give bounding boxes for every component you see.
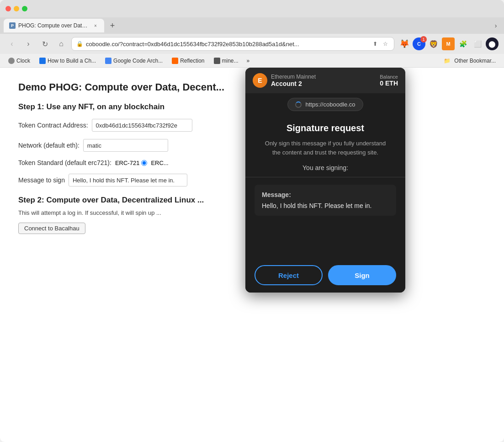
bookmarks-bar: Clock How to Build a Ch... Google Code A… <box>0 54 504 68</box>
network-row: Network (default eth): <box>18 139 256 152</box>
mm-header: E Ethereum Mainnet Account 2 Balance 0 E… <box>245 68 405 93</box>
title-bar <box>0 0 504 17</box>
bookmark-clock-label: Clock <box>16 58 30 64</box>
google-code-bookmark-icon <box>105 58 111 64</box>
page-content: Demo PHOG: Compute over Data, Decent... … <box>0 68 504 442</box>
connect-bacalhau-button[interactable]: Connect to Bacalhau <box>18 223 85 234</box>
mm-balance-info: Balance 0 ETH <box>380 74 398 87</box>
token-standard-radio-group: ERC-721 ERC... <box>115 160 169 166</box>
nav-bar: ‹ › ↻ ⌂ 🔒 coboodle.co/?contract=0xdb46d1… <box>0 34 504 54</box>
mm-sign-button[interactable]: Sign <box>328 265 396 285</box>
home-button[interactable]: ⌂ <box>55 37 68 50</box>
tab-favicon: P <box>9 22 16 29</box>
step2-title: Step 2: Compute over Data, Decentralized… <box>18 196 256 205</box>
token-contract-row: Token Contract Address: <box>18 119 256 132</box>
browser-actions: 🦊 C 1 🦁 M 🧩 ⬜ ⬤ <box>398 37 499 50</box>
mm-message-section-label: Message: <box>262 191 389 198</box>
active-tab[interactable]: P PHOG: Compute over Data, De... × <box>4 19 104 32</box>
mm-sig-desc: Only sign this message if you fully unde… <box>255 139 396 157</box>
token-standard-row: Token Standard (default erc721): ERC-721… <box>18 159 256 166</box>
mm-message-section: Message: Hello, I hold this NFT. Please … <box>255 185 396 216</box>
mm-account-info: E Ethereum Mainnet Account 2 <box>253 73 316 88</box>
metamask-extension-icon[interactable]: 🦊 <box>398 37 411 50</box>
metamask-main-icon[interactable]: M <box>442 37 455 50</box>
fullscreen-window-button[interactable] <box>22 6 27 11</box>
share-icon[interactable]: ⬆ <box>371 40 379 48</box>
mining-bookmark-icon <box>214 58 220 64</box>
mm-reject-button[interactable]: Reject <box>255 265 323 285</box>
sidebar-icon[interactable]: ⬜ <box>471 37 484 50</box>
bookmark-mining[interactable]: mine... <box>210 57 242 65</box>
bookmark-folder-label: Other Bookmar... <box>454 58 496 64</box>
mm-action-buttons: Reject Sign <box>245 258 405 293</box>
tab-close-button[interactable]: × <box>92 22 99 29</box>
erc721-label: ERC-721 <box>115 160 139 166</box>
erc-other-radio-item: ERC... <box>151 160 168 166</box>
brave-extension-icon[interactable]: 🦁 <box>427 37 440 50</box>
clock-bookmark-icon <box>8 58 15 64</box>
new-tab-button[interactable]: + <box>106 19 119 32</box>
how-to-build-bookmark-icon <box>39 58 46 64</box>
step1-title: Step 1: Use any NFT, on any blockchain <box>18 102 256 112</box>
extensions-icon[interactable]: 🧩 <box>456 37 469 50</box>
bookmark-google-code[interactable]: Google Code Arch... <box>101 57 166 65</box>
erc721-radio-item: ERC-721 <box>115 160 147 166</box>
token-standard-label: Token Standard (default erc721): <box>18 159 111 166</box>
close-window-button[interactable] <box>5 6 11 11</box>
tab-title: PHOG: Compute over Data, De... <box>18 22 90 29</box>
network-input[interactable] <box>83 139 168 152</box>
minimize-window-button[interactable] <box>14 6 19 11</box>
bookmark-how-to-build-label: How to Build a Ch... <box>48 58 96 64</box>
message-input[interactable] <box>69 174 187 186</box>
step2-desc: This will attempt a log in. If successfu… <box>18 209 256 216</box>
notification-badge: 1 <box>420 36 427 43</box>
bookmark-reflection[interactable]: Reflection <box>168 57 208 65</box>
tab-bar: P PHOG: Compute over Data, De... × + › <box>0 17 504 34</box>
profile-icon[interactable]: ⬤ <box>486 37 499 50</box>
metamask-popup: E Ethereum Mainnet Account 2 Balance 0 E… <box>245 68 405 293</box>
token-contract-input[interactable] <box>92 119 192 132</box>
forward-button[interactable]: › <box>22 37 35 50</box>
erc-other-label: ERC... <box>151 160 168 166</box>
mm-url-text: https://coboodle.co <box>305 101 355 108</box>
bookmark-clock[interactable]: Clock <box>5 57 34 65</box>
lock-icon: 🔒 <box>76 41 83 47</box>
address-bar[interactable]: 🔒 coboodle.co/?contract=0xdb46d1dc155634… <box>71 37 394 51</box>
tab-scroll-right[interactable]: › <box>491 21 500 30</box>
mm-avatar: E <box>253 73 267 88</box>
message-row: Message to sign <box>18 174 256 186</box>
bookmark-folder-other[interactable]: 📁 Other Bookmar... <box>440 57 499 65</box>
mm-balance-value: 0 ETH <box>380 80 398 87</box>
bookmarks-more-button[interactable]: » <box>244 57 253 65</box>
mm-scroll-area <box>255 223 396 250</box>
mm-spinner-icon <box>295 101 302 108</box>
page-inner: Demo PHOG: Compute over Data, Decent... … <box>0 68 274 248</box>
mm-sig-title: Signature request <box>255 123 396 133</box>
token-contract-label: Token Contract Address: <box>18 122 88 129</box>
mm-balance-label: Balance <box>380 74 398 80</box>
address-text: coboodle.co/?contract=0xdb46d1dc155634fb… <box>86 41 368 48</box>
mm-url-bar: https://coboodle.co <box>245 93 405 116</box>
page-main-title: Demo PHOG: Compute over Data, Decent... <box>18 81 256 93</box>
erc721-radio[interactable] <box>141 160 147 166</box>
bookmark-google-code-label: Google Code Arch... <box>113 58 163 64</box>
bookmark-star-icon[interactable]: ☆ <box>381 40 389 48</box>
reflection-bookmark-icon <box>172 58 178 64</box>
message-to-sign-label: Message to sign <box>18 176 65 184</box>
mm-network-label: Ethereum Mainnet <box>271 74 316 80</box>
bookmark-reflection-label: Reflection <box>180 58 204 64</box>
reload-button[interactable]: ↻ <box>38 37 51 50</box>
mm-url-pill: https://coboodle.co <box>287 98 363 111</box>
back-button[interactable]: ‹ <box>5 37 18 50</box>
traffic-lights <box>5 6 27 11</box>
mm-message-section-text: Hello, I hold this NFT. Please let me in… <box>262 202 389 209</box>
tab-end-controls: › <box>491 21 500 30</box>
bookmark-how-to-build[interactable]: How to Build a Ch... <box>36 57 100 65</box>
mm-signing-label: You are signing: <box>255 164 396 171</box>
mm-divider <box>245 177 405 177</box>
bookmark-mining-label: mine... <box>222 58 239 64</box>
network-label: Network (default eth): <box>18 142 80 149</box>
browser-window: P PHOG: Compute over Data, De... × + › ‹… <box>0 0 504 442</box>
mm-content: Signature request Only sign this message… <box>245 116 405 258</box>
mm-account-name: Account 2 <box>271 80 316 87</box>
